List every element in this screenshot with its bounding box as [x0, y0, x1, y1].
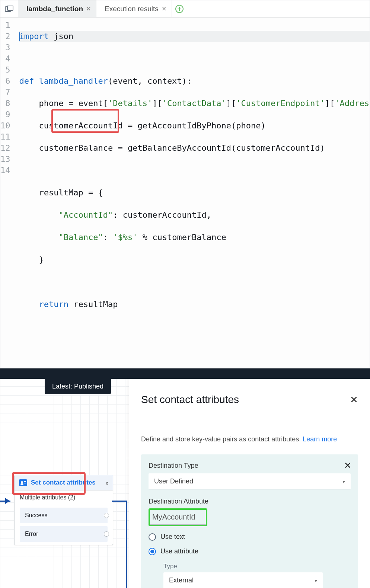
- node-subtitle: Multiple attributes (2): [15, 490, 113, 505]
- flow-connector: [126, 501, 127, 588]
- tab-execution-results[interactable]: Execution results ✕: [96, 0, 172, 17]
- highlight-box-green: [149, 508, 207, 526]
- node-output-error[interactable]: Error: [20, 526, 108, 542]
- code-body[interactable]: import json def lambda_handler(event, co…: [16, 17, 370, 368]
- line-gutter: 1234567891011121314: [0, 17, 16, 368]
- editor-tabbar: lambda_function ✕ Execution results ✕: [0, 0, 370, 17]
- radio-use-attribute[interactable]: Use attribute: [149, 547, 351, 555]
- tab-lambda-function[interactable]: lambda_function ✕: [18, 0, 96, 17]
- node-output-success[interactable]: Success: [20, 508, 108, 523]
- toolbar-dark: [0, 368, 370, 379]
- close-icon[interactable]: ✕: [162, 5, 166, 12]
- tab-label: Execution results: [105, 5, 159, 13]
- panel-help-text: Define and store key-value pairs as cont…: [141, 423, 358, 444]
- flow-canvas-area: Latest: Published Set contact attributes…: [0, 379, 370, 588]
- connector-dot[interactable]: [104, 531, 109, 537]
- environment-icon[interactable]: [0, 0, 18, 17]
- tab-label: lambda_function: [26, 5, 83, 13]
- side-panel-set-contact-attributes: Set contact attributes ✕ Define and stor…: [129, 379, 370, 588]
- radio-icon: [149, 548, 156, 555]
- destination-attribute-input[interactable]: [150, 510, 206, 525]
- radio-icon: [149, 533, 156, 541]
- type-label: Type: [163, 563, 351, 570]
- flow-arrow-icon: [5, 498, 10, 504]
- attribute-type-select[interactable]: External ▾: [163, 572, 323, 588]
- destination-type-select[interactable]: User Defined ▾: [149, 473, 351, 489]
- destination-attribute-label: Destination Attribute: [149, 498, 351, 505]
- chevron-down-icon: ▾: [315, 578, 317, 584]
- code-area[interactable]: 1234567891011121314 import json def lamb…: [0, 17, 370, 368]
- destination-type-label: Destination Type: [149, 462, 351, 470]
- svg-rect-7: [20, 483, 23, 485]
- attribute-block-1: ✕ Destination Type User Defined ▾ Destin…: [141, 454, 358, 588]
- node-title: Set contact attributes: [31, 479, 96, 486]
- flow-node-set-contact-attributes[interactable]: Set contact attributes x Multiple attrib…: [14, 475, 113, 545]
- svg-point-6: [21, 481, 23, 483]
- code-editor-pane: lambda_function ✕ Execution results ✕ 12…: [0, 0, 370, 368]
- flow-connector: [112, 501, 127, 502]
- chevron-down-icon: ▾: [342, 479, 345, 485]
- close-icon[interactable]: ✕: [350, 394, 358, 406]
- add-tab-button[interactable]: [172, 5, 187, 13]
- close-icon[interactable]: x: [106, 480, 109, 486]
- radio-use-text[interactable]: Use text: [149, 533, 351, 541]
- contact-icon: [19, 479, 27, 486]
- svg-rect-8: [24, 481, 26, 482]
- learn-more-link[interactable]: Learn more: [303, 435, 337, 443]
- panel-title: Set contact attributes: [141, 394, 239, 406]
- close-icon[interactable]: ✕: [86, 5, 91, 12]
- connector-dot[interactable]: [104, 513, 109, 518]
- publish-status-pill: Latest: Published: [45, 379, 111, 394]
- close-icon[interactable]: ✕: [344, 460, 351, 471]
- svg-rect-1: [7, 6, 13, 10]
- svg-rect-9: [24, 483, 26, 483]
- node-header[interactable]: Set contact attributes x: [15, 475, 113, 490]
